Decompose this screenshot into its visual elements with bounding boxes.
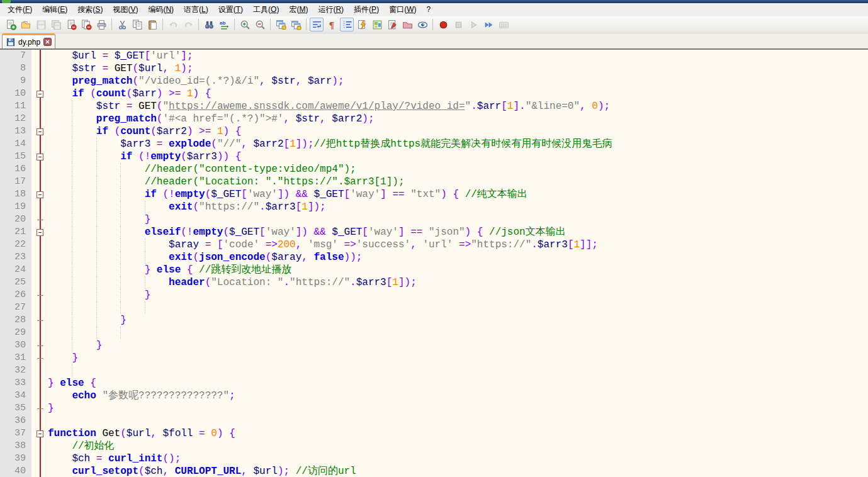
fold-collapse-marker[interactable]	[37, 128, 43, 135]
macro-record-icon[interactable]	[436, 18, 450, 31]
monitoring-icon[interactable]	[415, 18, 429, 31]
sync-vertical-scroll-icon[interactable]	[274, 18, 288, 31]
fold-collapse-marker[interactable]	[37, 154, 43, 160]
code-line[interactable]: if (count($arr2) >= 1) {	[47, 125, 868, 138]
folder-as-workspace-icon[interactable]	[400, 18, 414, 31]
menu-item[interactable]: 搜索(S)	[72, 3, 108, 18]
code-line[interactable]: //初始化	[47, 440, 868, 452]
code-line[interactable]: preg_match("/video_id=(.*?)&/i", $str, $…	[47, 75, 868, 87]
new-file-icon[interactable]	[4, 18, 18, 31]
menu-bar: 文件(F)编辑(E)搜索(S)视图(V)编码(N)语言(L)设置(T)工具(O)…	[0, 3, 868, 16]
indent-guide-icon[interactable]	[340, 18, 354, 31]
code-line[interactable]	[47, 327, 868, 339]
editor-area[interactable]: 7891011121314151617181920212223242526272…	[0, 50, 868, 477]
code-line[interactable]: preg_match('#<a href="(.*?)">#', $str, $…	[47, 113, 868, 125]
fold-collapse-marker[interactable]	[37, 430, 43, 437]
function-list-icon[interactable]	[385, 18, 399, 31]
code-line[interactable]: $url = $_GET['url'];	[47, 50, 868, 62]
find-icon[interactable]	[202, 18, 216, 31]
code-line[interactable]	[47, 415, 868, 427]
fold-collapse-marker[interactable]	[37, 191, 43, 198]
open-file-icon[interactable]	[19, 18, 33, 31]
zoom-out-icon[interactable]	[253, 18, 267, 31]
menu-item[interactable]: 宏(M)	[284, 3, 313, 18]
close-all-files-icon[interactable]	[79, 18, 93, 31]
copy-icon[interactable]	[130, 18, 144, 31]
save-all-icon[interactable]	[49, 18, 63, 31]
code-line[interactable]: //header("content-type:video/mp4");	[47, 163, 868, 176]
redo-icon[interactable]	[181, 18, 195, 31]
sync-horizontal-scroll-icon[interactable]	[289, 18, 303, 31]
indent-guide-line	[120, 188, 121, 201]
fold-margin[interactable]	[31, 50, 47, 477]
fold-margin-cell	[31, 440, 47, 452]
word-wrap-icon[interactable]	[310, 18, 324, 31]
menu-item[interactable]: 语言(L)	[179, 3, 213, 18]
code-view[interactable]: $url = $_GET['url']; $str = GET($url, 1)…	[47, 50, 868, 477]
toolbar-separator	[162, 19, 163, 30]
code-line[interactable]: curl_setopt($ch, CURLOPT_URL, $url); //访…	[47, 465, 868, 477]
code-line[interactable]: $str = GET("https://aweme.snssdk.com/awe…	[47, 100, 868, 113]
macro-run-multiple-icon[interactable]	[482, 18, 495, 31]
indent-guide-line	[145, 251, 145, 264]
code-line[interactable]: }	[47, 289, 868, 301]
code-line[interactable]: }	[47, 339, 868, 352]
document-map-icon[interactable]	[370, 18, 384, 31]
user-defined-dialog-icon[interactable]	[355, 18, 369, 31]
code-line[interactable]: //header("Location: "."https://".$arr3[1…	[47, 176, 868, 188]
macro-play-icon[interactable]	[466, 18, 480, 31]
code-line[interactable]	[47, 364, 868, 377]
code-line[interactable]: } else {	[47, 377, 868, 390]
fold-collapse-marker[interactable]	[37, 91, 43, 98]
tab-close-icon[interactable]	[43, 38, 52, 46]
code-line[interactable]: elseif(!empty($_GET['way']) && $_GET['wa…	[47, 226, 868, 239]
tab-dy-php[interactable]: dy.php	[2, 33, 55, 48]
menu-item[interactable]: 设置(T)	[213, 3, 248, 18]
toolbar-separator	[198, 19, 199, 30]
code-line[interactable]	[47, 301, 868, 314]
code-line[interactable]: }	[47, 402, 868, 415]
code-line[interactable]: if (count($arr) >= 1) {	[47, 87, 868, 100]
code-line[interactable]: echo "参数呢??????????????";	[47, 390, 868, 402]
line-number: 22	[0, 239, 31, 251]
replace-icon[interactable]: ab	[217, 18, 231, 31]
menu-item[interactable]: 编码(N)	[143, 3, 179, 18]
code-line[interactable]: $aray = ['code' =>200, 'msg' =>'success'…	[47, 239, 868, 251]
zoom-in-icon[interactable]	[238, 18, 252, 31]
code-line[interactable]: $str = GET($url, 1);	[47, 62, 868, 75]
code-line[interactable]: }	[47, 352, 868, 364]
code-line[interactable]: $ch = curl_init();	[47, 452, 868, 465]
code-line[interactable]: if (!empty($_GET['way']) && $_GET['way']…	[47, 188, 868, 201]
indent-guide-line	[96, 251, 97, 264]
indent-guide-line	[72, 301, 72, 314]
menu-item[interactable]: ?	[421, 3, 436, 16]
menu-item[interactable]: 运行(R)	[313, 3, 349, 18]
print-icon[interactable]	[94, 18, 108, 31]
cut-icon[interactable]	[115, 18, 129, 31]
code-line[interactable]: if (!empty($arr3)) {	[47, 150, 868, 163]
macro-stop-icon[interactable]	[451, 18, 465, 31]
undo-icon[interactable]	[166, 18, 180, 31]
paste-icon[interactable]	[145, 18, 159, 31]
code-line[interactable]: }	[47, 213, 868, 226]
code-line[interactable]: header("Location: "."https://".$arr3[1])…	[47, 276, 868, 289]
macro-save-icon[interactable]	[497, 18, 510, 31]
code-line[interactable]: exit(json_encode($aray, false));	[47, 251, 868, 264]
code-line[interactable]: } else { //跳转到改地址播放	[47, 264, 868, 276]
code-line[interactable]: }	[47, 314, 868, 327]
code-line[interactable]: function Get($url, $foll = 0) {	[47, 427, 868, 440]
close-file-icon[interactable]	[64, 18, 78, 31]
indent-guide-line	[96, 163, 97, 176]
menu-item[interactable]: 编辑(E)	[37, 3, 72, 18]
app-window: 文件(F)编辑(E)搜索(S)视图(V)编码(N)语言(L)设置(T)工具(O)…	[0, 0, 868, 477]
menu-item[interactable]: 文件(F)	[3, 3, 37, 18]
code-line[interactable]: $arr3 = explode("//", $arr2[1]);//把http替…	[47, 138, 868, 150]
fold-collapse-marker[interactable]	[37, 229, 43, 236]
menu-item[interactable]: 视图(V)	[108, 3, 143, 18]
menu-item[interactable]: 窗口(W)	[384, 3, 421, 18]
show-all-characters-icon[interactable]: ¶	[325, 18, 339, 31]
menu-item[interactable]: 插件(P)	[349, 3, 384, 18]
save-icon[interactable]	[34, 18, 48, 31]
menu-item[interactable]: 工具(O)	[248, 3, 284, 18]
code-line[interactable]: exit("https://".$arr3[1]);	[47, 201, 868, 213]
